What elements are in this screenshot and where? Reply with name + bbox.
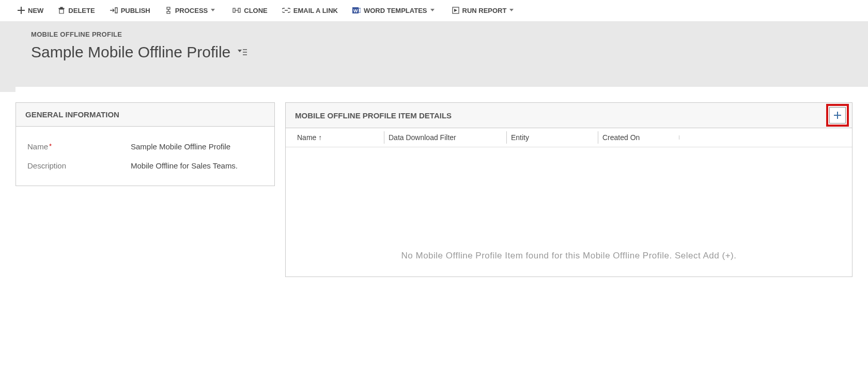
column-data-download-filter[interactable]: Data Download Filter (384, 131, 506, 144)
name-field-value[interactable]: Sample Mobile Offline Profile (131, 142, 230, 151)
clone-button[interactable]: CLONE (225, 4, 275, 18)
general-information-header: GENERAL INFORMATION (16, 103, 274, 127)
publish-icon (110, 7, 118, 14)
delete-button[interactable]: DELETE (51, 4, 102, 18)
column-name[interactable]: Name↑ (293, 131, 384, 144)
profile-item-details-panel: MOBILE OFFLINE PROFILE ITEM DETAILS Name… (285, 102, 853, 277)
column-spacer (679, 135, 845, 140)
name-field-row: Name* Sample Mobile Offline Profile (27, 137, 263, 156)
record-title: Sample Mobile Offline Profile (31, 43, 230, 61)
email-link-button-label: EMAIL A LINK (293, 7, 338, 14)
add-button-highlight (826, 104, 849, 127)
general-information-panel: GENERAL INFORMATION Name* Sample Mobile … (16, 102, 275, 186)
publish-button[interactable]: PUBLISH (102, 4, 158, 18)
word-templates-button-label: WORD TEMPLATES (364, 7, 427, 14)
svg-text:W: W (353, 8, 358, 13)
svg-rect-3 (238, 8, 240, 12)
word-icon: W (352, 7, 361, 14)
required-indicator: * (49, 142, 52, 150)
caret-down-icon (211, 9, 215, 12)
sort-ascending-icon: ↑ (318, 133, 322, 142)
run-report-button-label: RUN REPORT (462, 7, 507, 14)
new-button[interactable]: NEW (10, 4, 51, 18)
command-bar: NEW DELETE PUBLISH PROCESS CLONE EMAIL A… (0, 0, 868, 21)
process-button[interactable]: PROCESS (158, 4, 226, 18)
form-body: GENERAL INFORMATION Name* Sample Mobile … (16, 87, 868, 277)
empty-grid-message: No Mobile Offline Profile Item found for… (286, 147, 852, 277)
plus-icon (833, 111, 842, 119)
svg-rect-1 (167, 11, 170, 13)
plus-icon (18, 7, 25, 14)
process-icon (165, 7, 172, 14)
link-icon (282, 7, 290, 13)
record-header: MOBILE OFFLINE PROFILE Sample Mobile Off… (0, 21, 868, 92)
grid-header-row: Name↑ Data Download Filter Entity Create… (286, 128, 852, 147)
clone-button-label: CLONE (244, 7, 268, 14)
svg-rect-2 (233, 8, 235, 12)
description-field-row: Description Mobile Offline for Sales Tea… (27, 156, 263, 175)
trash-icon (58, 7, 65, 14)
process-button-label: PROCESS (175, 7, 208, 14)
breadcrumb: MOBILE OFFLINE PROFILE (31, 30, 837, 38)
run-report-button[interactable]: RUN REPORT (445, 4, 524, 18)
word-templates-button[interactable]: W WORD TEMPLATES (345, 4, 445, 18)
svg-rect-0 (167, 7, 170, 9)
column-entity[interactable]: Entity (506, 131, 598, 144)
new-button-label: NEW (28, 7, 43, 14)
description-field-value[interactable]: Mobile Offline for Sales Teams. (131, 161, 238, 170)
name-field-label: Name* (27, 142, 131, 151)
report-icon (452, 7, 459, 14)
description-field-label: Description (27, 161, 131, 170)
caret-down-icon (509, 9, 514, 12)
title-dropdown-icon[interactable] (238, 49, 247, 56)
profile-item-details-header: MOBILE OFFLINE PROFILE ITEM DETAILS (295, 111, 452, 120)
caret-down-icon (430, 9, 435, 12)
column-created-on[interactable]: Created On (598, 131, 679, 144)
svg-rect-6 (359, 8, 361, 12)
delete-button-label: DELETE (68, 7, 95, 14)
clone-icon (233, 7, 241, 14)
add-item-button[interactable] (829, 107, 846, 124)
publish-button-label: PUBLISH (121, 7, 150, 14)
email-link-button[interactable]: EMAIL A LINK (275, 4, 345, 18)
